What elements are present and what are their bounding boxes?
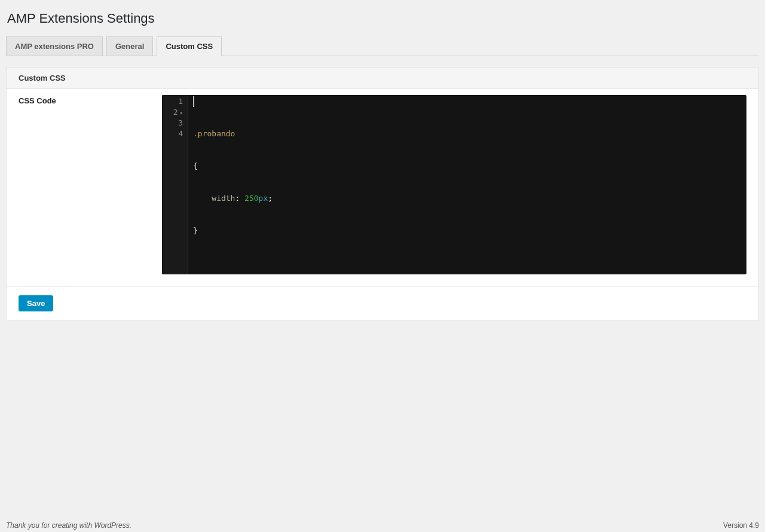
footer-credit: Thank you for creating with WordPress. (6, 521, 131, 530)
code-token: .probando (193, 129, 235, 138)
code-token: px (259, 194, 268, 203)
code-token: width (212, 194, 235, 203)
line-number: 2▾ (162, 107, 188, 118)
editor-gutter: 1 2▾ 3 4 (162, 95, 188, 274)
code-token: ; (268, 194, 273, 203)
line-number: 1 (162, 96, 188, 107)
tab-general[interactable]: General (106, 36, 153, 56)
line-number: 4 (162, 129, 188, 139)
editor-cursor (193, 96, 194, 107)
admin-footer: Thank you for creating with WordPress. V… (6, 521, 759, 530)
code-indent (193, 194, 212, 203)
code-token: } (193, 226, 198, 235)
footer-version: Version 4.9 (723, 521, 759, 530)
code-token: { (193, 161, 198, 170)
line-number: 3 (162, 118, 188, 129)
editor-content[interactable]: .probando { width: 250px; } (188, 95, 746, 274)
panel-footer: Save (7, 286, 758, 320)
save-button[interactable]: Save (19, 295, 53, 311)
fold-icon[interactable]: ▾ (180, 110, 183, 116)
settings-tabs: AMP extensions PRO General Custom CSS (6, 36, 759, 56)
css-code-editor[interactable]: 1 2▾ 3 4 .probando { width: 250px; } (162, 95, 746, 274)
page-title: AMP Extensions Settings (6, 6, 759, 36)
code-token: : (235, 194, 244, 203)
panel-body: CSS Code 1 2▾ 3 4 .probando { width: 250… (7, 89, 758, 286)
css-code-label: CSS Code (19, 95, 162, 274)
code-token: 250 (244, 194, 258, 203)
tab-amp-extensions-pro[interactable]: AMP extensions PRO (6, 36, 103, 56)
panel-header: Custom CSS (7, 68, 758, 89)
tab-custom-css[interactable]: Custom CSS (157, 36, 222, 56)
custom-css-panel: Custom CSS CSS Code 1 2▾ 3 4 .probando {… (6, 67, 759, 320)
